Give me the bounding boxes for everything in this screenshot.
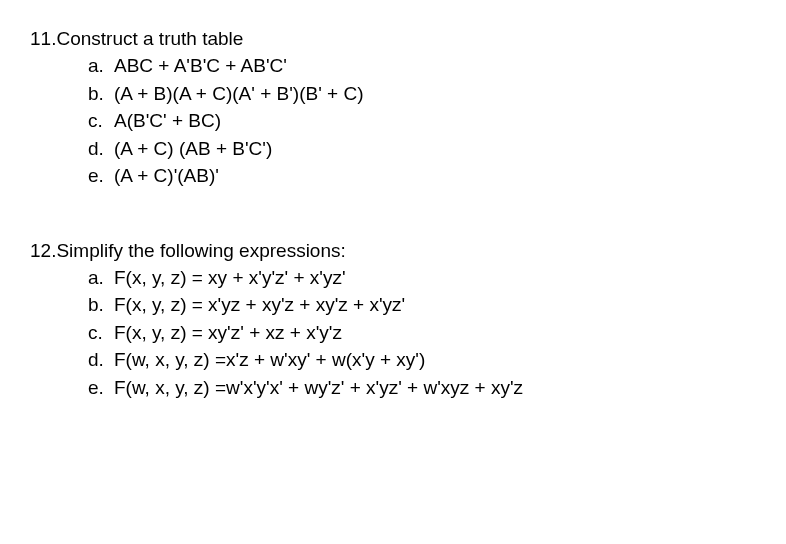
- item-expression: (A + C)'(AB)': [114, 162, 786, 190]
- list-item: a. ABC + A'B'C + AB'C': [88, 52, 786, 80]
- list-item: b. (A + B)(A + C)(A' + B')(B' + C): [88, 80, 786, 108]
- item-expression: (A + C) (AB + B'C'): [114, 135, 786, 163]
- item-expression: F(x, y, z) = xy + x'y'z' + x'yz': [114, 264, 786, 292]
- list-item: e. (A + C)'(AB)': [88, 162, 786, 190]
- item-letter: d.: [88, 135, 114, 163]
- question-number: 12.: [30, 240, 56, 262]
- question-items: a. ABC + A'B'C + AB'C' b. (A + B)(A + C)…: [30, 52, 786, 190]
- question-11: 11. Construct a truth table a. ABC + A'B…: [30, 28, 786, 190]
- item-letter: d.: [88, 346, 114, 374]
- question-number: 11.: [30, 28, 56, 50]
- item-letter: c.: [88, 319, 114, 347]
- item-letter: a.: [88, 264, 114, 292]
- item-expression: F(w, x, y, z) =w'x'y'x' + wy'z' + x'yz' …: [114, 374, 786, 402]
- question-header: 11. Construct a truth table: [30, 28, 786, 50]
- item-expression: ABC + A'B'C + AB'C': [114, 52, 786, 80]
- item-letter: c.: [88, 107, 114, 135]
- item-expression: A(B'C' + BC): [114, 107, 786, 135]
- question-text: Construct a truth table: [56, 28, 786, 50]
- item-expression: F(x, y, z) = x'yz + xy'z + xy'z + x'yz': [114, 291, 786, 319]
- question-header: 12. Simplify the following expressions:: [30, 240, 786, 262]
- list-item: c. A(B'C' + BC): [88, 107, 786, 135]
- item-expression: F(w, x, y, z) =x'z + w'xy' + w(x'y + xy'…: [114, 346, 786, 374]
- question-items: a. F(x, y, z) = xy + x'y'z' + x'yz' b. F…: [30, 264, 786, 402]
- list-item: e. F(w, x, y, z) =w'x'y'x' + wy'z' + x'y…: [88, 374, 786, 402]
- question-text: Simplify the following expressions:: [56, 240, 786, 262]
- item-letter: b.: [88, 291, 114, 319]
- item-expression: F(x, y, z) = xy'z' + xz + x'y'z: [114, 319, 786, 347]
- item-letter: e.: [88, 162, 114, 190]
- list-item: b. F(x, y, z) = x'yz + xy'z + xy'z + x'y…: [88, 291, 786, 319]
- item-letter: b.: [88, 80, 114, 108]
- item-letter: e.: [88, 374, 114, 402]
- list-item: c. F(x, y, z) = xy'z' + xz + x'y'z: [88, 319, 786, 347]
- list-item: d. (A + C) (AB + B'C'): [88, 135, 786, 163]
- item-letter: a.: [88, 52, 114, 80]
- question-12: 12. Simplify the following expressions: …: [30, 240, 786, 402]
- list-item: d. F(w, x, y, z) =x'z + w'xy' + w(x'y + …: [88, 346, 786, 374]
- item-expression: (A + B)(A + C)(A' + B')(B' + C): [114, 80, 786, 108]
- list-item: a. F(x, y, z) = xy + x'y'z' + x'yz': [88, 264, 786, 292]
